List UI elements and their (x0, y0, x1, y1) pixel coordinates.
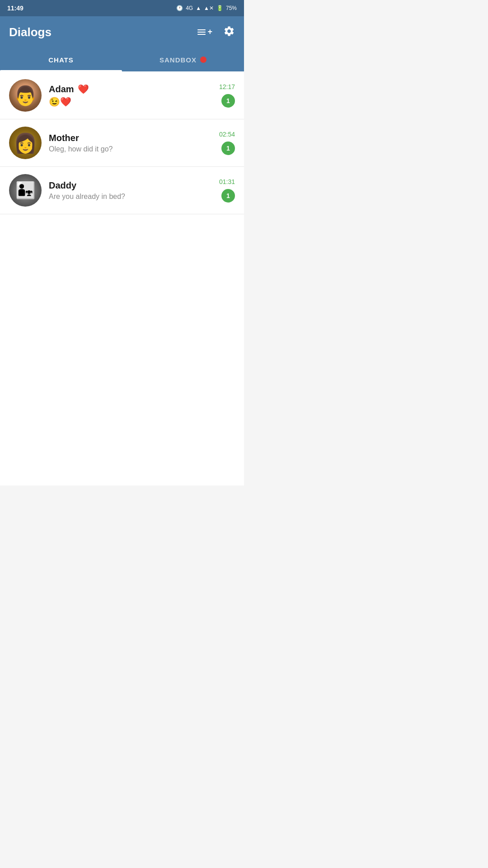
empty-area (0, 214, 244, 486)
settings-button[interactable] (223, 25, 235, 39)
adam-last-message: 😉❤️ (49, 96, 214, 107)
adam-chat-content: Adam ❤️ 😉❤️ (49, 84, 214, 107)
adam-time: 12:17 (219, 83, 235, 90)
chat-item-mother[interactable]: Mother Oleg, how did it go? 02:54 1 (0, 119, 244, 167)
adam-name-emoji: ❤️ (78, 84, 89, 94)
new-chat-button[interactable]: + (197, 28, 212, 37)
daddy-avatar (9, 174, 42, 207)
daddy-chat-content: Daddy Are you already in bed? (49, 180, 214, 201)
status-bar: 11:49 🕐 4G ▲ ▲✕ 🔋 75% (0, 0, 244, 16)
mother-avatar (9, 127, 42, 159)
header-actions: + (197, 25, 235, 39)
gear-icon (223, 25, 235, 37)
alarm-icon: 🕐 (176, 5, 183, 11)
plus-icon: + (207, 27, 212, 37)
status-icons: 🕐 4G ▲ ▲✕ 🔋 75% (176, 5, 237, 11)
adam-meta: 12:17 1 (219, 83, 235, 108)
mother-meta: 02:54 1 (219, 131, 235, 155)
sandbox-tab-label: SANDBOX (160, 56, 197, 64)
mother-name-row: Mother (49, 133, 214, 143)
mother-time: 02:54 (219, 131, 235, 138)
chats-tab-label: CHATS (48, 56, 74, 64)
daddy-last-message: Are you already in bed? (49, 193, 214, 201)
list-lines-icon (197, 29, 206, 35)
adam-avatar (9, 79, 42, 112)
header: Dialogs + (0, 16, 244, 48)
chat-list: Adam ❤️ 😉❤️ 12:17 1 Mother Oleg, how did… (0, 72, 244, 214)
mother-unread-badge: 1 (221, 142, 235, 155)
adam-name: Adam (49, 84, 74, 94)
daddy-time: 01:31 (219, 178, 235, 185)
sandbox-notification-dot (200, 57, 206, 63)
tab-sandbox[interactable]: SANDBOX (122, 48, 244, 71)
chat-item-daddy[interactable]: Daddy Are you already in bed? 01:31 1 (0, 167, 244, 214)
tab-chats[interactable]: CHATS (0, 48, 122, 71)
adam-unread-badge: 1 (221, 94, 235, 108)
mother-name: Mother (49, 133, 79, 143)
signal-x-icon: ▲✕ (204, 5, 214, 11)
page-title: Dialogs (9, 25, 52, 39)
mother-chat-content: Mother Oleg, how did it go? (49, 133, 214, 153)
tabs-bar: CHATS SANDBOX (0, 48, 244, 71)
battery-percent: 75% (226, 5, 237, 11)
daddy-name: Daddy (49, 180, 76, 191)
daddy-unread-badge: 1 (221, 189, 235, 203)
adam-name-row: Adam ❤️ (49, 84, 214, 94)
daddy-name-row: Daddy (49, 180, 214, 191)
status-time: 11:49 (7, 5, 23, 12)
signal-icon: ▲ (196, 5, 201, 11)
network-type: 4G (186, 5, 193, 11)
daddy-meta: 01:31 1 (219, 178, 235, 203)
chat-item-adam[interactable]: Adam ❤️ 😉❤️ 12:17 1 (0, 72, 244, 119)
mother-last-message: Oleg, how did it go? (49, 145, 214, 153)
battery-icon: 🔋 (216, 5, 223, 11)
